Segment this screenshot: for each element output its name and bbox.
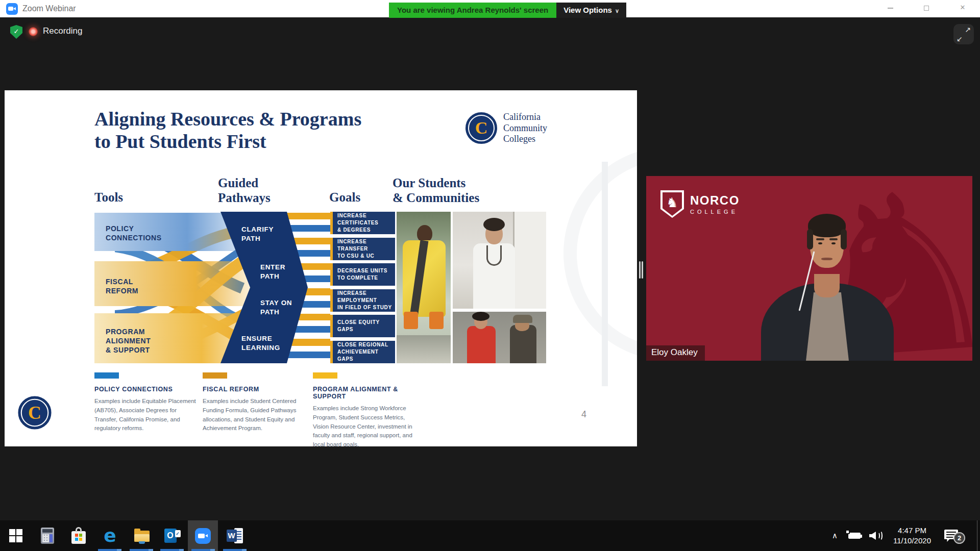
minimize-icon bbox=[888, 8, 893, 9]
participant-person bbox=[761, 207, 894, 361]
photo-students-studying bbox=[453, 312, 546, 363]
chevron-up-icon: ∧ bbox=[832, 531, 838, 540]
battery-charging-icon bbox=[848, 533, 861, 539]
zoom-app-icon bbox=[6, 3, 18, 15]
goal-box: INCREASE EMPLOYMENT IN FIELD OF STUDY bbox=[330, 289, 395, 312]
expand-arrow-sw-icon: ↙ bbox=[957, 35, 963, 43]
legend-fiscal-reform: FISCAL REFORM Examples include Student C… bbox=[203, 372, 306, 433]
viewing-status-text: You are viewing Andrea Reynolds' screen bbox=[389, 3, 556, 18]
norco-college-name: NORCO bbox=[690, 193, 740, 208]
goal-box: CLOSE REGIONAL ACHIEVEMENT GAPS bbox=[330, 341, 395, 363]
norco-shield-icon: ♞ bbox=[660, 190, 684, 218]
running-indicator-zoom bbox=[191, 549, 215, 551]
running-indicator-edge bbox=[98, 549, 121, 551]
outlook-icon: O✓ bbox=[164, 529, 181, 543]
goal-box: CLOSE EQUITY GAPS bbox=[330, 315, 395, 337]
photo-nursing-student bbox=[453, 212, 546, 309]
restore-button[interactable] bbox=[915, 0, 938, 15]
slide-page-number: 4 bbox=[581, 409, 586, 420]
tray-volume-button[interactable] bbox=[869, 520, 883, 551]
norco-college-logo: ♞ NORCO COLLEGE bbox=[660, 190, 740, 218]
edge-browser-icon: e bbox=[104, 527, 116, 545]
legend-swatch-yellow bbox=[313, 372, 337, 379]
running-indicator-explorer bbox=[130, 549, 153, 551]
photo-firefighter-student bbox=[397, 212, 451, 363]
pathway-clarify-path: CLARIFY PATH bbox=[241, 225, 274, 243]
notification-count-badge: 2 bbox=[953, 532, 965, 544]
legend-policy-connections: POLICY CONNECTIONS Examples include Equi… bbox=[94, 372, 198, 433]
taskbar-calculator-button[interactable] bbox=[32, 520, 62, 551]
taskbar-word-button[interactable]: W bbox=[219, 520, 250, 551]
goal-box: INCREASE CERTIFICATES & DEGREES bbox=[330, 212, 395, 234]
start-button[interactable] bbox=[1, 520, 31, 551]
pathway-ensure-learning: ENSURE LEARNING bbox=[241, 334, 280, 353]
ccc-emblem-icon: C bbox=[465, 112, 497, 144]
column-header-goals: Goals bbox=[329, 190, 360, 205]
speaker-icon bbox=[869, 532, 876, 540]
slide-watermark-circle bbox=[564, 146, 637, 361]
view-options-button[interactable]: View Options∨ bbox=[556, 3, 626, 18]
calculator-icon bbox=[41, 528, 54, 544]
flow-diagram: POLICY CONNECTIONS FISCAL REFORM PROGRAM… bbox=[94, 212, 546, 363]
legend-swatch-gold bbox=[203, 372, 227, 379]
meeting-content-area: ✓ Recording ↗ ↙ Aligning Resources & Pro… bbox=[0, 17, 980, 520]
close-icon: ✕ bbox=[960, 4, 966, 11]
ccc-logo: C California Community Colleges bbox=[465, 112, 547, 145]
slide-title: Aligning Resources & Programs to Put Stu… bbox=[94, 108, 361, 153]
close-button[interactable]: ✕ bbox=[951, 0, 974, 15]
file-explorer-icon bbox=[134, 531, 150, 543]
chevron-down-icon: ∨ bbox=[615, 8, 619, 14]
tray-battery-button[interactable] bbox=[848, 520, 861, 551]
taskbar-zoom-button[interactable] bbox=[188, 520, 218, 551]
fullscreen-expand-button[interactable]: ↗ ↙ bbox=[953, 24, 974, 44]
tool-label-program-alignment: PROGRAM ALIGNMENT & SUPPORT bbox=[106, 327, 151, 355]
microsoft-store-icon bbox=[71, 531, 86, 544]
pathway-enter-path: ENTER PATH bbox=[260, 263, 285, 281]
ccc-logo-text: California Community Colleges bbox=[503, 112, 547, 145]
minimize-button[interactable] bbox=[878, 0, 902, 15]
shared-screen-slide: Aligning Resources & Programs to Put Stu… bbox=[5, 90, 637, 446]
goal-box: DECREASE UNITS TO COMPLETE bbox=[330, 263, 395, 286]
restore-icon bbox=[924, 6, 929, 11]
tool-label-policy-connections: POLICY CONNECTIONS bbox=[106, 224, 162, 242]
ccc-corner-emblem-icon: C bbox=[18, 396, 51, 429]
column-header-guided-pathways: Guided Pathways bbox=[218, 176, 271, 206]
taskbar-store-button[interactable] bbox=[63, 520, 93, 551]
pane-resize-handle[interactable] bbox=[639, 261, 644, 279]
participant-name-label: Eloy Oakley bbox=[646, 345, 705, 361]
clock-date: 11/10/2020 bbox=[893, 536, 931, 546]
word-icon: W bbox=[227, 528, 243, 543]
expand-arrow-ne-icon: ↗ bbox=[965, 26, 971, 34]
taskbar-outlook-button[interactable]: O✓ bbox=[157, 520, 187, 551]
taskbar-clock[interactable]: 4:47 PM 11/10/2020 bbox=[885, 520, 939, 551]
taskbar-edge-button[interactable]: e bbox=[95, 520, 125, 551]
show-desktop-button[interactable] bbox=[977, 520, 977, 551]
zoom-icon bbox=[195, 528, 211, 544]
legend-swatch-blue bbox=[94, 372, 119, 379]
recording-label: Recording bbox=[43, 26, 83, 36]
legend-program-alignment: PROGRAM ALIGNMENT & SUPPORT Examples inc… bbox=[313, 372, 416, 446]
tool-label-fiscal-reform: FISCAL REFORM bbox=[106, 277, 138, 295]
screen-share-banner: You are viewing Andrea Reynolds' screen … bbox=[389, 3, 626, 18]
goal-box: INCREASE TRANSFER TO CSU & UC bbox=[330, 238, 395, 260]
windows-start-icon bbox=[9, 529, 22, 542]
camera-icon bbox=[8, 7, 13, 11]
recording-dot-icon bbox=[29, 27, 38, 36]
window-title: Zoom Webinar bbox=[22, 0, 76, 17]
tray-show-hidden-icons-button[interactable]: ∧ bbox=[832, 520, 838, 551]
norco-college-sub: COLLEGE bbox=[690, 209, 740, 215]
windows-taskbar: e O✓ W ∧ 4:47 PM 11/10/2020 bbox=[0, 520, 980, 551]
clock-time: 4:47 PM bbox=[898, 525, 926, 536]
pathway-stay-on-path: STAY ON PATH bbox=[260, 298, 292, 317]
taskbar-file-explorer-button[interactable] bbox=[127, 520, 157, 551]
security-shield-icon[interactable]: ✓ bbox=[10, 25, 22, 39]
column-header-students-communities: Our Students & Communities bbox=[393, 176, 479, 206]
slide-watermark-strip bbox=[602, 162, 608, 386]
participant-video-feed[interactable]: ♞ ♞ NORCO COLLEGE Eloy Oakley bbox=[646, 176, 972, 361]
column-header-tools: Tools bbox=[94, 190, 123, 205]
running-indicator-outlook bbox=[160, 549, 184, 551]
running-indicator-word bbox=[223, 549, 247, 551]
